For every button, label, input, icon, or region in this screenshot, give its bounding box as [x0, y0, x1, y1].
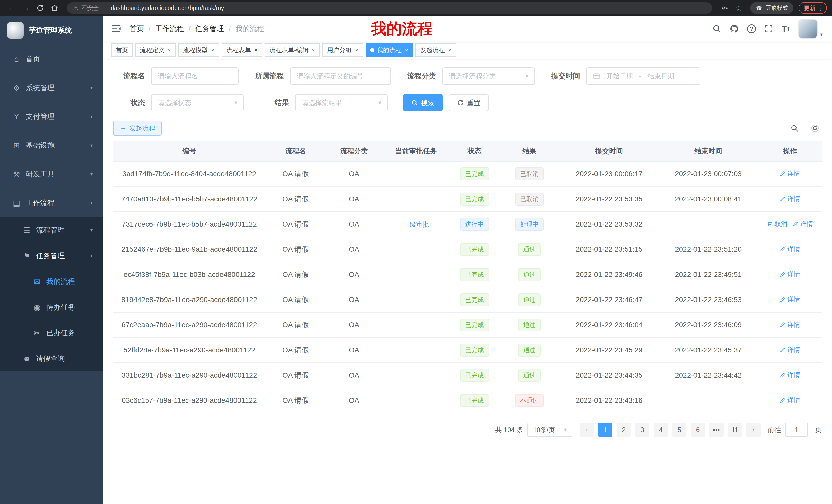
table-row: 7317cec6-7b9b-11ec-b5b7-acde48001122OA 请…	[113, 212, 822, 237]
reset-button[interactable]: 重置	[449, 94, 489, 111]
avatar-image	[798, 19, 817, 38]
sidebar-item-payment[interactable]: ¥支付管理▾	[0, 102, 103, 131]
close-icon[interactable]: ×	[167, 47, 171, 53]
detail-link[interactable]: 详情	[780, 371, 800, 379]
page-button[interactable]: 11	[728, 423, 742, 437]
page-button[interactable]: 6	[691, 423, 705, 437]
chevron-up-icon: ▴	[90, 200, 93, 206]
breadcrumb-item[interactable]: 任务管理	[196, 24, 224, 34]
tab-item[interactable]: 流程定义×	[135, 44, 176, 57]
tab-item[interactable]: 流程表单×	[222, 44, 262, 57]
sidebar-item-todo-task[interactable]: ◉待办任务	[0, 295, 103, 320]
sidebar-item-my-process[interactable]: ✉我的流程	[0, 269, 103, 295]
detail-link[interactable]: 详情	[792, 220, 813, 228]
page-size-select[interactable]: 10条/页 ▼	[527, 423, 572, 437]
result-select[interactable]: 请选择流结果 ▼	[295, 94, 388, 111]
process-def-input[interactable]	[290, 67, 391, 85]
browser-chrome: ← → ⚠ 不安全 dashboard.yudao.iocoder.cn/bpm…	[0, 0, 832, 16]
detail-link[interactable]: 详情	[780, 320, 800, 329]
sidebar-item-dev-tools[interactable]: ⚒研发工具▾	[0, 160, 103, 189]
current-task-cell	[382, 161, 450, 187]
cancel-link[interactable]: 取消	[767, 220, 787, 228]
address-bar[interactable]: ⚠ 不安全 dashboard.yudao.iocoder.cn/bpm/tas…	[67, 2, 712, 13]
breadcrumb-item[interactable]: 工作流程	[155, 24, 184, 34]
sidebar-item-done-task[interactable]: ✂已办任务	[0, 320, 103, 346]
close-icon[interactable]: ×	[405, 47, 408, 53]
next-page-button[interactable]: ›	[746, 423, 760, 437]
create-process-button[interactable]: ＋ 发起流程	[113, 121, 162, 136]
hamburger-icon[interactable]	[111, 24, 121, 34]
tab-item[interactable]: 我的流程×	[366, 44, 413, 57]
close-icon[interactable]: ×	[211, 47, 214, 53]
update-button[interactable]: 更新 ⋮	[799, 2, 827, 14]
detail-link[interactable]: 详情	[780, 295, 800, 304]
process-table: 编号流程名流程分类当前审批任务状态结果提交时间结束时间操作 3ad174fb-7…	[113, 141, 822, 413]
prev-page-button[interactable]: ‹	[579, 423, 594, 437]
help-icon[interactable]: ?	[747, 23, 756, 35]
current-task-link[interactable]: 一级审批	[403, 220, 429, 229]
font-size-icon[interactable]: TT	[782, 23, 790, 35]
browser-menu-dots-icon[interactable]: ⋮	[817, 4, 824, 12]
close-icon[interactable]: ×	[448, 47, 451, 53]
user-avatar[interactable]: ▼	[798, 19, 824, 38]
detail-link[interactable]: 详情	[780, 169, 800, 178]
page-button[interactable]: 1	[598, 423, 613, 437]
chevron-down-icon: ▼	[819, 32, 824, 38]
close-icon[interactable]: ×	[312, 47, 315, 53]
detail-link[interactable]: 详情	[780, 270, 800, 278]
category-select[interactable]: 请选择流程分类 ▼	[442, 67, 535, 85]
detail-link[interactable]: 详情	[780, 345, 800, 354]
refresh-icon	[457, 100, 464, 106]
logo-image	[7, 22, 24, 38]
close-icon[interactable]: ×	[254, 47, 258, 53]
tab-item[interactable]: 发起流程×	[415, 44, 456, 57]
show-search-icon[interactable]	[788, 121, 801, 135]
tab-item[interactable]: 用户分组×	[322, 44, 363, 57]
url-text: dashboard.yudao.iocoder.cn/bpm/task/my	[111, 5, 224, 11]
detail-link[interactable]: 详情	[780, 396, 800, 404]
bookmark-star-icon[interactable]: ☆	[733, 2, 745, 14]
sidebar-item-task-mgmt[interactable]: ⚑任务管理▴	[0, 243, 103, 269]
page-button[interactable]: 5	[672, 423, 686, 437]
sidebar-item-workflow[interactable]: ▤工作流程▴	[0, 189, 103, 217]
detail-link[interactable]: 详情	[780, 194, 800, 203]
goto-page-input[interactable]	[785, 423, 808, 437]
key-icon[interactable]	[718, 2, 731, 14]
breadcrumb-item[interactable]: 首页	[130, 24, 144, 34]
sidebar-item-system[interactable]: ⚙系统管理▾	[0, 74, 103, 102]
forward-icon[interactable]: →	[20, 2, 32, 14]
tab-item[interactable]: 流程模型×	[178, 44, 219, 57]
sidebar-item-leave-query[interactable]: ☻请假查询	[0, 346, 103, 371]
status-select[interactable]: 请选择状态 ▼	[151, 94, 244, 111]
page-button[interactable]: 3	[635, 423, 649, 437]
more-pages-button[interactable]: •••	[709, 423, 724, 437]
result-badge: 已取消	[515, 193, 544, 205]
sidebar-item-home[interactable]: ⌂首页	[0, 45, 103, 74]
sidebar-item-process-mgmt[interactable]: ☰流程管理▾	[0, 217, 103, 243]
incognito-label: 无痕模式	[766, 4, 788, 12]
detail-link[interactable]: 详情	[780, 245, 800, 253]
tab-item[interactable]: 首页	[111, 44, 133, 57]
search-icon[interactable]	[712, 23, 722, 35]
sidebar-item-label: 已办任务	[46, 328, 75, 338]
chevron-down-icon: ▾	[90, 227, 93, 233]
back-icon[interactable]: ←	[5, 2, 18, 14]
search-button[interactable]: 搜索	[403, 94, 443, 111]
refresh-table-icon[interactable]	[808, 121, 822, 135]
fullscreen-icon[interactable]	[764, 23, 773, 35]
sidebar-item-infrastructure[interactable]: ⊞基础设施▾	[0, 131, 103, 160]
browser-home-icon[interactable]	[48, 2, 61, 14]
active-dot	[370, 48, 374, 52]
end-time	[659, 212, 758, 237]
page-button[interactable]: 4	[654, 423, 668, 437]
result-badge: 已取消	[515, 167, 544, 180]
submit-time-range-picker[interactable]: 开始日期 - 结束日期	[586, 67, 700, 85]
reload-icon[interactable]	[34, 2, 46, 14]
close-icon[interactable]: ×	[355, 47, 358, 53]
table-row: 2152467e-7b9b-11ec-9a1b-acde48001122OA 请…	[113, 237, 822, 262]
github-icon[interactable]	[730, 23, 739, 35]
page-button[interactable]: 2	[617, 423, 631, 437]
process-name-input[interactable]	[151, 67, 239, 85]
yen-icon: ¥	[10, 112, 23, 121]
tab-item[interactable]: 流程表单-编辑×	[265, 44, 320, 57]
